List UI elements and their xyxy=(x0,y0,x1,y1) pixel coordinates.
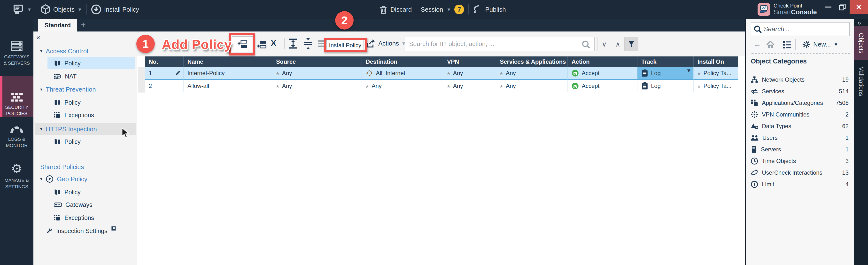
rail-item-manage-settings[interactable]: ⚙ MANAGE & SETTINGS xyxy=(0,162,33,194)
rail-item-security-policies[interactable]: SECURITY POLICIES xyxy=(0,76,33,117)
tree-item-inspection-settings[interactable]: Inspection Settings xyxy=(45,225,116,236)
category-usercheck-interactions[interactable]: UserCheck Interactions 13 xyxy=(751,167,850,178)
side-tab-validations[interactable]: Validations xyxy=(854,62,868,101)
tree-section-access-control[interactable]: ▾ Access Control xyxy=(40,46,88,57)
annotation-step-1-circle: 1 xyxy=(136,35,155,53)
install-policy-icon xyxy=(91,4,101,14)
new-object-label: New... xyxy=(813,41,831,48)
minimize-button[interactable] xyxy=(822,0,835,14)
col-header-source[interactable]: Source xyxy=(272,56,362,67)
tree-item-geo-exceptions[interactable]: Exceptions xyxy=(54,212,94,223)
rail-label-line2: SETTINGS xyxy=(5,184,28,189)
tree-item-tp-exceptions[interactable]: Exceptions xyxy=(54,110,94,121)
rail-item-gateways-servers[interactable]: GATEWAYS & SERVERS xyxy=(0,40,33,72)
table-row[interactable]: 1 Internet-Policy *Any All_Internet *Any… xyxy=(145,67,738,80)
actions-menu-button[interactable]: Actions ▼ xyxy=(367,39,406,48)
back-arrow-button[interactable]: ← xyxy=(753,40,761,49)
install-policy-menu-button[interactable]: Install Policy xyxy=(91,4,139,14)
cell-source: Any xyxy=(282,70,292,77)
category-users[interactable]: Users 1 xyxy=(751,132,850,143)
tree-section-threat-prevention[interactable]: ▾ Threat Prevention xyxy=(40,84,96,95)
tree-item-geo-policy-policy[interactable]: Policy xyxy=(54,186,81,198)
side-tab-objects[interactable]: Objects xyxy=(854,26,868,60)
col-header-vpn[interactable]: VPN xyxy=(443,56,496,67)
cell-name: Internet-Policy xyxy=(187,70,224,77)
tree-item-ac-nat[interactable]: NAT xyxy=(54,71,76,82)
main-menu-button[interactable]: ▼ xyxy=(13,5,32,14)
restore-button[interactable] xyxy=(836,0,849,14)
delete-rule-button[interactable]: X xyxy=(271,38,276,48)
publish-button[interactable]: Publish xyxy=(473,5,506,14)
category-vpn-communities[interactable]: VPN Communities 2 xyxy=(751,109,850,120)
col-header-action[interactable]: Action xyxy=(568,56,638,67)
tree-item-https-policy[interactable]: Policy xyxy=(54,136,81,147)
cell-destination: All_Internet xyxy=(376,70,405,77)
tree-section-shared-policies[interactable]: Shared Policies xyxy=(40,161,134,173)
category-limit[interactable]: Limit 4 xyxy=(751,179,850,190)
brand-line2: SmartConsole xyxy=(774,9,817,16)
primary-nav-rail: GATEWAYS & SERVERS SECURITY POLICIES LOG… xyxy=(0,19,33,265)
filter-button[interactable] xyxy=(624,37,639,51)
list-view-button[interactable] xyxy=(783,41,792,49)
session-count-badge[interactable]: 7 xyxy=(454,5,464,14)
objects-menu-button[interactable]: Objects ▼ xyxy=(41,4,82,14)
expand-panel-button[interactable]: » xyxy=(857,19,861,27)
tree-item-geo-policy[interactable]: ▾ Geo Policy xyxy=(40,173,87,184)
tree-item-tp-policy[interactable]: Policy xyxy=(54,97,81,108)
col-header-destination[interactable]: Destination xyxy=(362,56,443,67)
tree-section-https-inspection[interactable]: ▾ HTTPS Inspection xyxy=(40,123,97,135)
tree-item-label: NAT xyxy=(65,73,76,80)
category-servers[interactable]: Servers 1 xyxy=(751,144,850,155)
search-icon[interactable] xyxy=(582,40,590,49)
close-button[interactable]: × xyxy=(849,0,868,14)
track-cell-selected[interactable]: Log ▼ xyxy=(638,67,693,80)
discard-label: Discard xyxy=(391,6,412,13)
tree-item-geo-gateways[interactable]: Gateways xyxy=(54,199,92,210)
annotation-step-2-circle: 2 xyxy=(335,11,353,30)
expand-rows-button[interactable] xyxy=(288,38,298,49)
filter-funnel-icon xyxy=(628,40,635,48)
tab-standard[interactable]: Standard xyxy=(38,19,77,31)
col-header-name[interactable]: Name xyxy=(184,56,272,67)
discard-button[interactable]: Discard xyxy=(379,5,412,14)
category-network-objects[interactable]: Network Objects 19 xyxy=(751,74,850,85)
category-time-objects[interactable]: Time Objects 3 xyxy=(751,155,850,167)
tree-item-ac-policy[interactable]: Policy xyxy=(54,58,81,69)
search-next-button[interactable]: ∨ xyxy=(597,37,611,51)
collapse-rows-button[interactable] xyxy=(303,38,313,50)
session-button[interactable]: Session ▼ 7 xyxy=(421,5,464,14)
col-header-services[interactable]: Services & Applications xyxy=(496,56,568,67)
add-rule-bottom-button[interactable] xyxy=(256,40,267,50)
rail-item-logs-monitor[interactable]: LOGS & MONITOR xyxy=(0,125,33,157)
close-icon: × xyxy=(856,2,862,11)
annotation-add-policy-label: Add Policy xyxy=(162,37,232,52)
col-header-no[interactable]: No. xyxy=(145,56,184,67)
topbar-left-group: ▼ Objects ▼ Install Policy xyxy=(13,0,139,19)
policy-tab-strip: Standard + xyxy=(33,19,745,31)
col-header-install-on[interactable]: Install On xyxy=(693,56,738,67)
dotted-leader xyxy=(87,167,134,167)
add-tab-button[interactable]: + xyxy=(81,20,86,29)
collapse-panel-button[interactable]: « xyxy=(36,33,40,41)
annotation-add-rule-box xyxy=(228,33,255,56)
col-header-track[interactable]: Track xyxy=(638,56,693,67)
category-applications[interactable]: Applications/Categories 7508 xyxy=(751,97,850,109)
tree-section-label: HTTPS Inspection xyxy=(46,125,97,133)
search-prev-button[interactable]: ∧ xyxy=(611,37,625,51)
network-objects-icon xyxy=(751,76,758,83)
chevron-down-icon: ▾ xyxy=(40,176,42,182)
category-data-types[interactable]: Data Types 62 xyxy=(751,121,850,132)
objects-search-input[interactable] xyxy=(751,22,849,36)
session-label: Session xyxy=(421,6,443,13)
toolbar-separator xyxy=(284,38,285,49)
accept-action-icon xyxy=(571,69,579,77)
table-row[interactable]: 2 Allow-all *Any *Any *Any *Any Accept L… xyxy=(145,80,738,92)
search-icon xyxy=(754,25,762,33)
category-services[interactable]: Services 514 xyxy=(751,86,850,97)
home-button[interactable] xyxy=(766,41,775,49)
rulebase-search-input[interactable] xyxy=(405,37,595,51)
topbar-separator xyxy=(36,4,36,14)
tree-item-label: Exceptions xyxy=(64,112,94,119)
new-object-button[interactable]: New... ▼ xyxy=(802,40,838,49)
track-dropdown-caret-icon[interactable]: ▼ xyxy=(686,67,691,74)
